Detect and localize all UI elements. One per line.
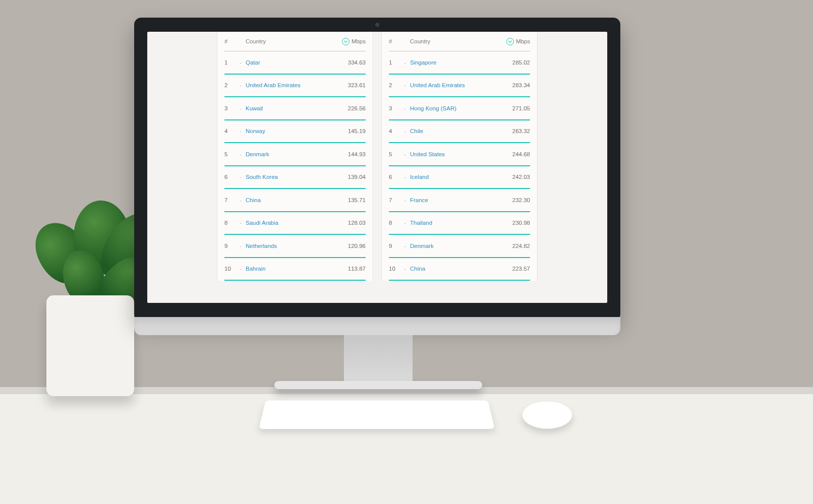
table-row: 5-Denmark144.93 <box>224 143 366 166</box>
cell-mbps: 144.93 <box>336 151 366 157</box>
cell-rank: 2 <box>389 82 404 88</box>
cell-country[interactable]: Kuwait <box>246 105 336 111</box>
cell-delta: - <box>404 82 410 88</box>
cell-country[interactable]: United Arab Emirates <box>410 82 501 88</box>
cell-mbps: 334.63 <box>336 59 366 66</box>
country-link[interactable]: Chile <box>410 128 423 134</box>
table-row: 9-Denmark224.82 <box>389 235 530 258</box>
table-row: 10-Bahrain113.87 <box>224 258 366 281</box>
cell-delta: - <box>404 220 410 226</box>
cell-mbps: 120.96 <box>336 243 366 249</box>
header-country: Country <box>410 38 501 44</box>
cell-country[interactable]: China <box>410 266 501 272</box>
country-link[interactable]: France <box>410 197 428 203</box>
cell-rank: 1 <box>389 59 404 66</box>
country-link[interactable]: China <box>410 266 425 272</box>
table-row: 7-France232.30 <box>389 189 530 212</box>
table-row: 2-United Arab Emirates323.61 <box>224 75 366 98</box>
cell-mbps: 271.05 <box>501 105 530 111</box>
cell-mbps: 283.34 <box>501 82 530 88</box>
cell-country[interactable]: Iceland <box>410 174 501 180</box>
cell-country[interactable]: China <box>246 197 336 203</box>
cell-rank: 7 <box>389 197 404 203</box>
keyboard <box>259 401 495 429</box>
table-row: 6-Iceland242.03 <box>389 166 530 190</box>
country-link[interactable]: Qatar <box>246 59 260 66</box>
header-country: Country <box>246 38 336 44</box>
cell-rank: 8 <box>389 220 404 226</box>
cell-mbps: 223.57 <box>501 266 530 272</box>
cell-country[interactable]: Chile <box>410 128 501 134</box>
country-link[interactable]: United Arab Emirates <box>246 82 301 88</box>
cell-country[interactable]: Netherlands <box>246 243 336 249</box>
cell-rank: 10 <box>224 266 240 272</box>
cell-delta: - <box>240 266 246 272</box>
country-link[interactable]: Hong Kong (SAR) <box>410 105 456 111</box>
country-link[interactable]: Kuwait <box>246 105 263 111</box>
monitor-screen: #CountryMbps1-Qatar334.632-United Arab E… <box>147 32 607 303</box>
country-link[interactable]: South Korea <box>246 174 278 180</box>
country-link[interactable]: Denmark <box>246 151 269 157</box>
cell-delta: - <box>404 243 410 249</box>
country-link[interactable]: Iceland <box>410 174 429 180</box>
cell-rank: 4 <box>389 128 404 134</box>
cell-country[interactable]: Denmark <box>246 151 336 157</box>
country-link[interactable]: United States <box>410 151 445 157</box>
cell-delta: - <box>240 220 246 226</box>
table-row: 5-United States244.68 <box>389 143 530 166</box>
table-row: 8-Saudi Arabia128.03 <box>224 212 366 235</box>
country-link[interactable]: Norway <box>246 128 265 134</box>
cell-country[interactable]: United Arab Emirates <box>246 82 336 88</box>
header-rank: # <box>389 38 404 44</box>
header-rank: # <box>224 38 240 44</box>
country-link[interactable]: Singapore <box>410 59 436 66</box>
cell-rank: 10 <box>389 266 404 272</box>
table-row: 1-Singapore285.02 <box>389 51 530 75</box>
cell-country[interactable]: Thailand <box>410 220 501 226</box>
cell-rank: 2 <box>224 82 240 88</box>
header-mbps: Mbps <box>336 38 366 45</box>
table-row: 10-China223.57 <box>389 258 530 281</box>
cell-rank: 8 <box>224 220 240 226</box>
cell-mbps: 230.98 <box>501 220 530 226</box>
cell-mbps: 139.04 <box>336 174 366 180</box>
cell-mbps: 113.87 <box>336 266 366 272</box>
cell-delta: - <box>404 151 410 157</box>
cell-country[interactable]: Hong Kong (SAR) <box>410 105 501 111</box>
country-link[interactable]: Bahrain <box>246 266 266 272</box>
cell-rank: 9 <box>224 243 240 249</box>
cell-rank: 1 <box>224 59 240 66</box>
cell-delta: - <box>240 243 246 249</box>
cell-country[interactable]: Qatar <box>246 59 336 66</box>
cell-delta: - <box>240 128 246 134</box>
monitor-foot <box>274 381 482 389</box>
cell-country[interactable]: Singapore <box>410 59 501 66</box>
cell-mbps: 285.02 <box>501 59 530 66</box>
country-link[interactable]: Netherlands <box>246 243 277 249</box>
cell-country[interactable]: Bahrain <box>246 266 336 272</box>
country-link[interactable]: Thailand <box>410 220 432 226</box>
cell-mbps: 145.19 <box>336 128 366 134</box>
cell-mbps: 242.03 <box>501 174 530 180</box>
cell-country[interactable]: South Korea <box>246 174 336 180</box>
table-row: 1-Qatar334.63 <box>224 51 366 75</box>
cell-rank: 9 <box>389 243 404 249</box>
header-mbps-label: Mbps <box>352 38 366 44</box>
cell-delta: - <box>404 174 410 180</box>
cell-country[interactable]: Norway <box>246 128 336 134</box>
cell-delta: - <box>240 174 246 180</box>
cell-country[interactable]: United States <box>410 151 501 157</box>
cell-rank: 3 <box>224 105 240 111</box>
country-link[interactable]: Saudi Arabia <box>246 220 278 226</box>
cell-rank: 6 <box>224 174 240 180</box>
cell-mbps: 323.61 <box>336 82 366 88</box>
cell-country[interactable]: Denmark <box>410 243 501 249</box>
cell-country[interactable]: Saudi Arabia <box>246 220 336 226</box>
cell-country[interactable]: France <box>410 197 501 203</box>
cell-mbps: 263.32 <box>501 128 530 134</box>
country-link[interactable]: China <box>246 197 261 203</box>
country-link[interactable]: United Arab Emirates <box>410 82 465 88</box>
ranking-table-left: #CountryMbps1-Qatar334.632-United Arab E… <box>217 32 373 281</box>
cell-delta: - <box>404 128 410 134</box>
country-link[interactable]: Denmark <box>410 243 434 249</box>
